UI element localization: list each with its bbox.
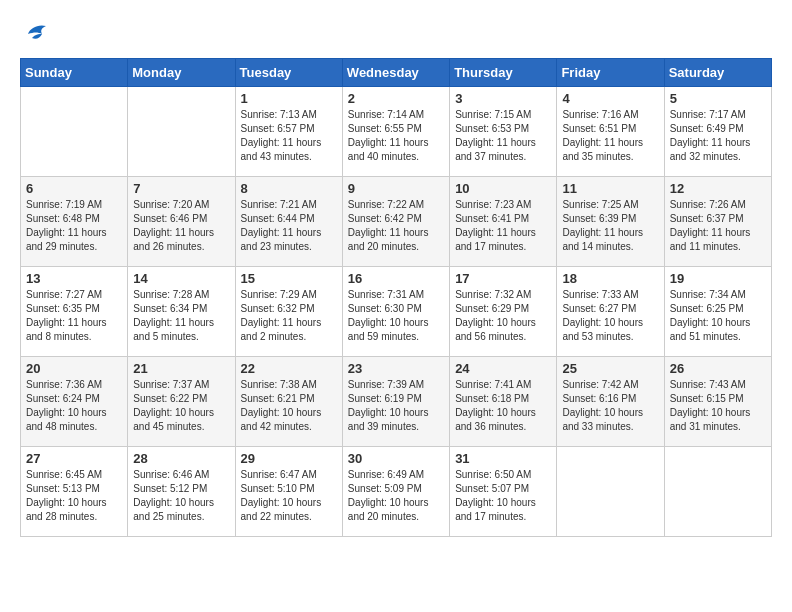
week-row-3: 13Sunrise: 7:27 AMSunset: 6:35 PMDayligh… xyxy=(21,267,772,357)
weekday-header-wednesday: Wednesday xyxy=(342,59,449,87)
day-info: Sunrise: 7:21 AMSunset: 6:44 PMDaylight:… xyxy=(241,198,337,254)
day-info: Sunrise: 7:37 AMSunset: 6:22 PMDaylight:… xyxy=(133,378,229,434)
day-number: 12 xyxy=(670,181,766,196)
logo-bird-icon xyxy=(20,20,50,48)
day-number: 31 xyxy=(455,451,551,466)
calendar-cell: 28Sunrise: 6:46 AMSunset: 5:12 PMDayligh… xyxy=(128,447,235,537)
day-number: 20 xyxy=(26,361,122,376)
day-number: 15 xyxy=(241,271,337,286)
calendar-cell: 14Sunrise: 7:28 AMSunset: 6:34 PMDayligh… xyxy=(128,267,235,357)
calendar-cell: 16Sunrise: 7:31 AMSunset: 6:30 PMDayligh… xyxy=(342,267,449,357)
calendar-cell: 15Sunrise: 7:29 AMSunset: 6:32 PMDayligh… xyxy=(235,267,342,357)
weekday-header-sunday: Sunday xyxy=(21,59,128,87)
week-row-4: 20Sunrise: 7:36 AMSunset: 6:24 PMDayligh… xyxy=(21,357,772,447)
day-info: Sunrise: 7:28 AMSunset: 6:34 PMDaylight:… xyxy=(133,288,229,344)
calendar-cell: 13Sunrise: 7:27 AMSunset: 6:35 PMDayligh… xyxy=(21,267,128,357)
day-number: 28 xyxy=(133,451,229,466)
day-number: 3 xyxy=(455,91,551,106)
day-number: 25 xyxy=(562,361,658,376)
day-number: 18 xyxy=(562,271,658,286)
weekday-header-saturday: Saturday xyxy=(664,59,771,87)
day-info: Sunrise: 7:22 AMSunset: 6:42 PMDaylight:… xyxy=(348,198,444,254)
calendar-cell: 22Sunrise: 7:38 AMSunset: 6:21 PMDayligh… xyxy=(235,357,342,447)
calendar-cell: 19Sunrise: 7:34 AMSunset: 6:25 PMDayligh… xyxy=(664,267,771,357)
day-number: 27 xyxy=(26,451,122,466)
weekday-header-thursday: Thursday xyxy=(450,59,557,87)
calendar-cell: 30Sunrise: 6:49 AMSunset: 5:09 PMDayligh… xyxy=(342,447,449,537)
calendar-cell: 11Sunrise: 7:25 AMSunset: 6:39 PMDayligh… xyxy=(557,177,664,267)
day-info: Sunrise: 7:43 AMSunset: 6:15 PMDaylight:… xyxy=(670,378,766,434)
day-number: 11 xyxy=(562,181,658,196)
logo xyxy=(20,20,54,48)
day-info: Sunrise: 7:19 AMSunset: 6:48 PMDaylight:… xyxy=(26,198,122,254)
day-info: Sunrise: 7:17 AMSunset: 6:49 PMDaylight:… xyxy=(670,108,766,164)
calendar-cell: 20Sunrise: 7:36 AMSunset: 6:24 PMDayligh… xyxy=(21,357,128,447)
day-number: 9 xyxy=(348,181,444,196)
day-number: 26 xyxy=(670,361,766,376)
day-info: Sunrise: 7:34 AMSunset: 6:25 PMDaylight:… xyxy=(670,288,766,344)
calendar-cell: 8Sunrise: 7:21 AMSunset: 6:44 PMDaylight… xyxy=(235,177,342,267)
day-number: 13 xyxy=(26,271,122,286)
day-info: Sunrise: 7:38 AMSunset: 6:21 PMDaylight:… xyxy=(241,378,337,434)
day-info: Sunrise: 7:23 AMSunset: 6:41 PMDaylight:… xyxy=(455,198,551,254)
calendar-cell: 31Sunrise: 6:50 AMSunset: 5:07 PMDayligh… xyxy=(450,447,557,537)
calendar-cell: 25Sunrise: 7:42 AMSunset: 6:16 PMDayligh… xyxy=(557,357,664,447)
calendar-cell xyxy=(128,87,235,177)
calendar-cell: 1Sunrise: 7:13 AMSunset: 6:57 PMDaylight… xyxy=(235,87,342,177)
calendar-cell: 5Sunrise: 7:17 AMSunset: 6:49 PMDaylight… xyxy=(664,87,771,177)
day-info: Sunrise: 7:31 AMSunset: 6:30 PMDaylight:… xyxy=(348,288,444,344)
calendar-cell: 29Sunrise: 6:47 AMSunset: 5:10 PMDayligh… xyxy=(235,447,342,537)
day-number: 6 xyxy=(26,181,122,196)
calendar-cell: 27Sunrise: 6:45 AMSunset: 5:13 PMDayligh… xyxy=(21,447,128,537)
day-number: 24 xyxy=(455,361,551,376)
day-number: 2 xyxy=(348,91,444,106)
calendar-cell: 9Sunrise: 7:22 AMSunset: 6:42 PMDaylight… xyxy=(342,177,449,267)
calendar-cell xyxy=(557,447,664,537)
day-info: Sunrise: 7:29 AMSunset: 6:32 PMDaylight:… xyxy=(241,288,337,344)
calendar-cell: 12Sunrise: 7:26 AMSunset: 6:37 PMDayligh… xyxy=(664,177,771,267)
calendar-cell: 18Sunrise: 7:33 AMSunset: 6:27 PMDayligh… xyxy=(557,267,664,357)
calendar-cell: 21Sunrise: 7:37 AMSunset: 6:22 PMDayligh… xyxy=(128,357,235,447)
day-number: 29 xyxy=(241,451,337,466)
calendar-cell: 24Sunrise: 7:41 AMSunset: 6:18 PMDayligh… xyxy=(450,357,557,447)
day-info: Sunrise: 7:39 AMSunset: 6:19 PMDaylight:… xyxy=(348,378,444,434)
calendar-cell: 23Sunrise: 7:39 AMSunset: 6:19 PMDayligh… xyxy=(342,357,449,447)
day-info: Sunrise: 7:33 AMSunset: 6:27 PMDaylight:… xyxy=(562,288,658,344)
week-row-2: 6Sunrise: 7:19 AMSunset: 6:48 PMDaylight… xyxy=(21,177,772,267)
day-info: Sunrise: 7:27 AMSunset: 6:35 PMDaylight:… xyxy=(26,288,122,344)
calendar-cell: 26Sunrise: 7:43 AMSunset: 6:15 PMDayligh… xyxy=(664,357,771,447)
weekday-header-tuesday: Tuesday xyxy=(235,59,342,87)
day-number: 14 xyxy=(133,271,229,286)
day-info: Sunrise: 7:14 AMSunset: 6:55 PMDaylight:… xyxy=(348,108,444,164)
day-number: 17 xyxy=(455,271,551,286)
day-info: Sunrise: 7:26 AMSunset: 6:37 PMDaylight:… xyxy=(670,198,766,254)
week-row-5: 27Sunrise: 6:45 AMSunset: 5:13 PMDayligh… xyxy=(21,447,772,537)
day-info: Sunrise: 6:50 AMSunset: 5:07 PMDaylight:… xyxy=(455,468,551,524)
day-number: 16 xyxy=(348,271,444,286)
day-number: 21 xyxy=(133,361,229,376)
day-info: Sunrise: 7:16 AMSunset: 6:51 PMDaylight:… xyxy=(562,108,658,164)
day-info: Sunrise: 7:41 AMSunset: 6:18 PMDaylight:… xyxy=(455,378,551,434)
calendar-table: SundayMondayTuesdayWednesdayThursdayFrid… xyxy=(20,58,772,537)
day-number: 1 xyxy=(241,91,337,106)
day-number: 4 xyxy=(562,91,658,106)
calendar-cell: 10Sunrise: 7:23 AMSunset: 6:41 PMDayligh… xyxy=(450,177,557,267)
weekday-header-friday: Friday xyxy=(557,59,664,87)
calendar-cell: 3Sunrise: 7:15 AMSunset: 6:53 PMDaylight… xyxy=(450,87,557,177)
day-number: 10 xyxy=(455,181,551,196)
calendar-cell: 7Sunrise: 7:20 AMSunset: 6:46 PMDaylight… xyxy=(128,177,235,267)
day-info: Sunrise: 7:13 AMSunset: 6:57 PMDaylight:… xyxy=(241,108,337,164)
day-number: 8 xyxy=(241,181,337,196)
day-number: 7 xyxy=(133,181,229,196)
calendar-cell xyxy=(21,87,128,177)
calendar-cell: 2Sunrise: 7:14 AMSunset: 6:55 PMDaylight… xyxy=(342,87,449,177)
day-info: Sunrise: 7:42 AMSunset: 6:16 PMDaylight:… xyxy=(562,378,658,434)
day-info: Sunrise: 6:47 AMSunset: 5:10 PMDaylight:… xyxy=(241,468,337,524)
day-info: Sunrise: 6:46 AMSunset: 5:12 PMDaylight:… xyxy=(133,468,229,524)
day-info: Sunrise: 7:20 AMSunset: 6:46 PMDaylight:… xyxy=(133,198,229,254)
day-number: 30 xyxy=(348,451,444,466)
calendar-cell: 4Sunrise: 7:16 AMSunset: 6:51 PMDaylight… xyxy=(557,87,664,177)
weekday-header-monday: Monday xyxy=(128,59,235,87)
page-header xyxy=(20,20,772,48)
day-number: 5 xyxy=(670,91,766,106)
